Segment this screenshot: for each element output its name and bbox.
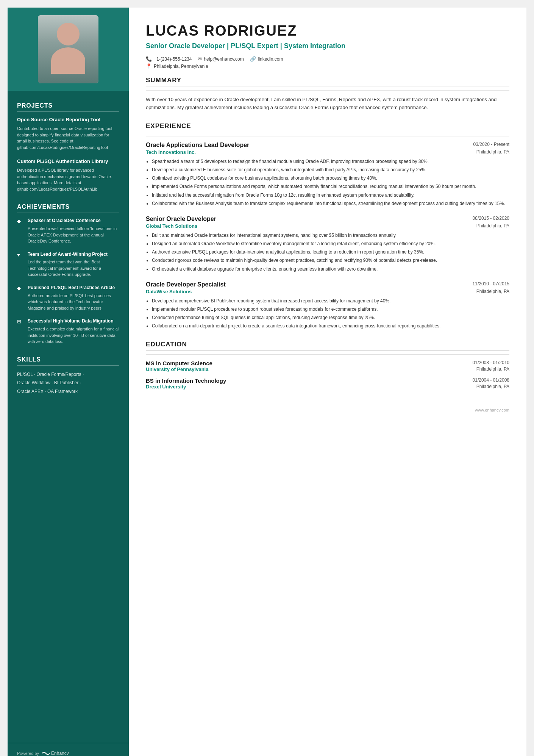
bullet-1-4: Implemented Oracle Forms personalization… [152, 183, 509, 190]
phone-icon: 📞 [146, 56, 152, 62]
phone-contact: 📞 +1-(234)-555-1234 [146, 56, 192, 62]
diamond-icon-1: ◆ [17, 218, 24, 244]
website-url: www.enhancv.com [475, 408, 509, 412]
achievements-title: ACHIEVEMENTS [17, 203, 119, 213]
achievement-content-1: Speaker at OracleDev Conference Presente… [28, 218, 119, 244]
main-content: LUCAS RODRIGUEZ Senior Oracle Developer … [129, 8, 526, 756]
person-illustration [38, 15, 98, 83]
projects-section: PROJECTS Open Source Oracle Reporting To… [17, 102, 119, 192]
edu-dates-1: 01/2008 - 01/2010 [473, 360, 509, 365]
achievement-desc-1: Presented a well-received talk on 'Innov… [28, 225, 119, 244]
resume-header: LUCAS RODRIGUEZ Senior Oracle Developer … [146, 23, 509, 69]
job-location-1: Philadelphia, PA [476, 149, 509, 155]
avatar [38, 15, 98, 83]
bullet-2-3: Authored extensive PL/SQL packages for d… [152, 249, 509, 256]
achievement-title-2: Team Lead of Award-Winning Project [28, 251, 119, 258]
achievement-item-3: ◆ Published PL/SQL Best Practices Articl… [17, 285, 119, 311]
achievement-item-2: ♥ Team Lead of Award-Winning Project Led… [17, 251, 119, 278]
experience-section-title: EXPERIENCE [146, 122, 509, 132]
location-contact: 📍 Philadelphia, Pennsylvania [146, 63, 509, 69]
experience-divider [146, 136, 509, 136]
achievement-item-4: ⊟ Successful High-Volume Data Migration … [17, 318, 119, 344]
linkedin-contact[interactable]: 🔗 linkedin.com [250, 56, 283, 62]
edu-school-2: Drexel University [146, 384, 186, 390]
bullet-3-1: Developed a comprehensive BI Publisher r… [152, 297, 509, 305]
job-role-3: Oracle Developer Specialist [146, 281, 226, 288]
bullet-1-2: Developed a customized E-business suite … [152, 166, 509, 174]
achievements-section: ACHIEVEMENTS ◆ Speaker at OracleDev Conf… [17, 203, 119, 344]
skills-section: SKILLS PL/SQL · Oracle Forms/Reports · O… [17, 356, 119, 396]
job-company-1: Tech Innovations Inc. [146, 149, 196, 155]
job-item-2: Senior Oracle Developer 08/2015 - 02/202… [146, 216, 509, 273]
education-divider [146, 354, 509, 355]
bullet-2-1: Built and maintained Oracle interfaces f… [152, 232, 509, 239]
enhancv-logo: Enhancv [42, 751, 69, 756]
migration-icon: ⊟ [17, 319, 24, 344]
job-location-2: Philadelphia, PA [476, 223, 509, 229]
edu-school-row-1: University of Pennsylvania Philadelphia,… [146, 366, 509, 372]
project-title-2: Custom PL/SQL Authentication Library [17, 158, 119, 165]
contact-row-1: 📞 +1-(234)-555-1234 ✉ help@enhancv.com 🔗… [146, 56, 509, 62]
job-bullets-1: Spearheaded a team of 5 developers to re… [146, 158, 509, 207]
achievement-title-4: Successful High-Volume Data Migration [28, 318, 119, 324]
summary-text: With over 10 years of experience in Orac… [146, 96, 509, 112]
powered-by-label: Powered by [17, 751, 39, 756]
bullet-1-1: Spearheaded a team of 5 developers to re… [152, 158, 509, 165]
sidebar-content: PROJECTS Open Source Oracle Reporting To… [8, 91, 129, 419]
skills-content: PL/SQL · Oracle Forms/Reports · Oracle W… [17, 370, 119, 396]
edu-header-1: MS in Computer Science 01/2008 - 01/2010 [146, 360, 509, 366]
summary-section: SUMMARY With over 10 years of experience… [146, 77, 509, 112]
bullet-2-5: Orchestrated a critical database upgrade… [152, 266, 509, 273]
achievement-content-3: Published PL/SQL Best Practices Article … [28, 285, 119, 311]
bullet-3-2: Implemented modular PL/SQL procedures to… [152, 306, 509, 313]
sidebar: PROJECTS Open Source Oracle Reporting To… [8, 8, 129, 756]
candidate-title: Senior Oracle Developer | PL/SQL Expert … [146, 41, 509, 51]
job-header-3: Oracle Developer Specialist 11/2010 - 07… [146, 281, 509, 288]
resume-container: PROJECTS Open Source Oracle Reporting To… [8, 8, 526, 756]
summary-divider [146, 90, 509, 91]
project-desc-1: Contributed to an open-source Oracle rep… [17, 125, 119, 150]
bullet-3-3: Conducted performance tuning of SQL quer… [152, 314, 509, 321]
edu-location-1: Philadelphia, PA [476, 366, 509, 372]
achievement-desc-4: Executed a complex data migration for a … [28, 326, 119, 345]
achievement-title-3: Published PL/SQL Best Practices Article [28, 285, 119, 291]
edu-location-2: Philadelphia, PA [476, 384, 509, 390]
job-header-1: Oracle Applications Lead Developer 03/20… [146, 142, 509, 149]
candidate-name: LUCAS RODRIGUEZ [146, 23, 509, 39]
achievement-item-1: ◆ Speaker at OracleDev Conference Presen… [17, 218, 119, 244]
project-item-1: Open Source Oracle Reporting Tool Contri… [17, 116, 119, 150]
job-bullets-3: Developed a comprehensive BI Publisher r… [146, 297, 509, 330]
project-item-2: Custom PL/SQL Authentication Library Dev… [17, 158, 119, 192]
job-dates-3: 11/2010 - 07/2015 [473, 281, 509, 286]
edu-header-2: BS in Information Technology 01/2004 - 0… [146, 377, 509, 384]
job-role-1: Oracle Applications Lead Developer [146, 142, 249, 149]
bullet-2-2: Designed an automated Oracle Workflow to… [152, 240, 509, 247]
education-section-title: EDUCATION [146, 341, 509, 351]
heart-icon: ♥ [17, 252, 24, 278]
sidebar-footer: Powered by Enhancv [8, 743, 129, 756]
location-icon: 📍 [146, 63, 152, 69]
project-desc-2: Developed a PL/SQL library for advanced … [17, 167, 119, 192]
email-contact: ✉ help@enhancv.com [198, 56, 244, 62]
edu-degree-1: MS in Computer Science [146, 360, 212, 366]
job-header-2: Senior Oracle Developer 08/2015 - 02/202… [146, 216, 509, 222]
job-dates-1: 03/2020 - Present [473, 142, 509, 147]
main-footer: www.enhancv.com [146, 400, 509, 412]
achievement-desc-3: Authored an article on PL/SQL best pract… [28, 293, 119, 311]
achievement-content-2: Team Lead of Award-Winning Project Led t… [28, 251, 119, 278]
job-dates-2: 08/2015 - 02/2020 [473, 216, 509, 221]
job-location-3: Philadelphia, PA [476, 289, 509, 294]
skills-title: SKILLS [17, 356, 119, 366]
edu-degree-2: BS in Information Technology [146, 377, 226, 384]
link-icon: 🔗 [250, 56, 256, 62]
achievement-desc-2: Led the project team that won the 'Best … [28, 259, 119, 278]
achievement-content-4: Successful High-Volume Data Migration Ex… [28, 318, 119, 344]
diamond-icon-2: ◆ [17, 285, 24, 311]
profile-photo-area [8, 8, 129, 91]
job-item-1: Oracle Applications Lead Developer 03/20… [146, 142, 509, 207]
summary-section-title: SUMMARY [146, 77, 509, 86]
bullet-1-5: Initiated and led the successful migrati… [152, 192, 509, 199]
job-company-2: Global Tech Solutions [146, 223, 197, 229]
enhancv-icon [42, 751, 50, 756]
bullet-1-6: Collaborated with the Business Analysis … [152, 200, 509, 207]
